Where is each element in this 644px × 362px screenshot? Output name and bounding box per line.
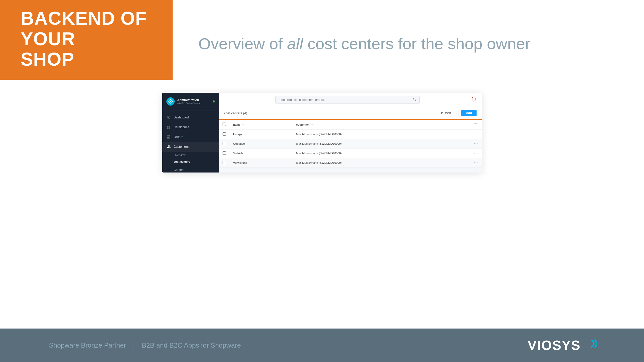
table-toolbar: cost centers (4) Deutsch Add	[219, 107, 482, 120]
column-settings-header	[470, 120, 482, 130]
language-select[interactable]: Deutsch	[437, 110, 459, 116]
name-column-options[interactable]: ···	[242, 123, 244, 126]
row-checkbox-1[interactable]	[223, 142, 226, 145]
hero-title: BACKEND OF YOUR SHOP	[21, 8, 152, 70]
svg-rect-12	[474, 123, 477, 124]
cell-name-3: Verwaltung	[230, 158, 293, 168]
svg-rect-7	[167, 169, 170, 169]
row-checkbox-0[interactable]	[223, 132, 226, 136]
sidebar-header: Administration v6.4.5.1 Stable Version	[162, 93, 219, 110]
cell-spacer-1	[449, 139, 470, 149]
notification-icon[interactable]	[471, 96, 477, 103]
main-content: Administration v6.4.5.1 Stable Version	[0, 88, 644, 178]
svg-point-5	[168, 145, 169, 147]
main-panel: cost centers (4) Deutsch Add	[219, 93, 482, 173]
column-settings-icon[interactable]	[474, 123, 478, 127]
sidebar-item-content[interactable]: Content	[162, 165, 219, 173]
admin-window: Administration v6.4.5.1 Stable Version	[162, 93, 482, 173]
hero-banner: BACKEND OF YOUR SHOP	[0, 0, 173, 80]
row-checkbox-3[interactable]	[223, 161, 226, 164]
search-button[interactable]	[413, 98, 416, 102]
sidebar: Administration v6.4.5.1 Stable Version	[162, 93, 219, 173]
customer-column-options[interactable]: ···	[311, 123, 313, 126]
add-button[interactable]: Add	[461, 110, 477, 116]
content-icon	[166, 168, 171, 172]
svg-rect-9	[167, 171, 169, 171]
table-row: Energie Max Mustermann (SWDEMO10000) ···	[219, 130, 482, 139]
svg-rect-14	[474, 125, 477, 125]
table-row: Vertrieb Max Mustermann (SWDEMO10000) ··…	[219, 149, 482, 158]
table-row: Verwaltung Max Mustermann (SWDEMO10000) …	[219, 158, 482, 168]
cell-name-0: Energie	[230, 130, 293, 139]
select-all-checkbox[interactable]	[223, 123, 226, 126]
hero-subtitle-text: Overview of all cost centers for the sho…	[198, 34, 530, 53]
table-row: Gebäude Max Mustermann (SWDEMO10000) ···	[219, 139, 482, 149]
cell-more-3: ···	[470, 158, 482, 168]
sidebar-item-orders[interactable]: Orders	[162, 132, 219, 142]
cell-more-2: ···	[470, 149, 482, 158]
cell-customer-0: Max Mustermann (SWDEMO10000)	[293, 130, 449, 139]
viosys-logo-text: VIOSYS	[528, 338, 581, 353]
column-header-spacer	[449, 120, 470, 130]
svg-rect-3	[167, 127, 168, 129]
svg-line-11	[415, 100, 416, 101]
cell-customer-3: Max Mustermann (SWDEMO10000)	[293, 158, 449, 168]
svg-rect-2	[169, 126, 170, 127]
hero-subtitle: Overview of all cost centers for the sho…	[173, 0, 644, 88]
row-more-button-1[interactable]: ···	[474, 141, 478, 146]
table-title: cost centers (4)	[224, 111, 247, 115]
viosys-logo-icon	[582, 336, 598, 355]
row-more-button-2[interactable]: ···	[474, 151, 478, 156]
sidebar-subitem-cost-centers[interactable]: cost centers	[162, 158, 219, 165]
catalogues-icon	[166, 125, 171, 130]
admin-title: Administration	[177, 98, 210, 102]
sidebar-subitem-overview[interactable]: Overview	[162, 152, 219, 158]
row-checkbox-cell	[219, 149, 230, 158]
cell-customer-1: Max Mustermann (SWDEMO10000)	[293, 139, 449, 149]
row-checkbox-cell	[219, 158, 230, 168]
column-header-name: name ···	[230, 120, 293, 130]
sidebar-item-orders-label: Orders	[174, 135, 183, 139]
svg-rect-1	[167, 126, 168, 127]
sidebar-item-catalogues[interactable]: Catalogues	[162, 122, 219, 132]
svg-rect-13	[474, 124, 477, 124]
content-area: cost centers (4) Deutsch Add	[219, 107, 482, 173]
row-more-button-3[interactable]: ···	[474, 160, 478, 165]
cell-name-2: Vertrieb	[230, 149, 293, 158]
dashboard-icon	[166, 115, 171, 120]
svg-point-10	[413, 98, 415, 100]
cell-spacer-0	[449, 130, 470, 139]
cell-spacer-3	[449, 158, 470, 168]
orders-icon	[166, 135, 171, 139]
svg-rect-8	[167, 170, 170, 170]
search-bar[interactable]	[275, 96, 420, 104]
sidebar-item-customers[interactable]: Customers	[162, 142, 219, 152]
sidebar-item-dashboard-label: Dashboard	[174, 116, 189, 119]
top-bar	[219, 93, 482, 107]
cell-more-0: ···	[470, 130, 482, 139]
footer: Shopware Bronze Partner | B2B and B2C Ap…	[0, 329, 644, 362]
select-all-header	[219, 120, 230, 130]
cell-name-1: Gebäude	[230, 139, 293, 149]
row-more-button-0[interactable]: ···	[474, 132, 478, 136]
status-dot	[213, 100, 215, 102]
cell-spacer-2	[449, 149, 470, 158]
admin-version: v6.4.5.1 Stable Version	[177, 102, 210, 105]
sidebar-item-content-label: Content	[174, 168, 184, 172]
sidebar-nav: Dashboard Catalogues	[162, 110, 219, 173]
svg-point-6	[169, 145, 170, 146]
search-input[interactable]	[279, 98, 411, 102]
svg-rect-4	[169, 127, 170, 129]
cell-more-1: ···	[470, 139, 482, 149]
sidebar-item-catalogues-label: Catalogues	[174, 125, 189, 129]
top-section: BACKEND OF YOUR SHOP Overview of all cos…	[0, 0, 644, 88]
shopware-logo	[166, 97, 175, 106]
row-checkbox-2[interactable]	[223, 151, 226, 155]
customers-icon	[166, 144, 171, 149]
sidebar-item-customers-label: Customers	[174, 145, 189, 149]
sidebar-item-dashboard[interactable]: Dashboard	[162, 113, 219, 122]
column-header-customer: customer ···	[293, 120, 449, 130]
admin-info: Administration v6.4.5.1 Stable Version	[177, 98, 210, 105]
footer-partner-text: Shopware Bronze Partner | B2B and B2C Ap…	[46, 341, 243, 349]
row-checkbox-cell	[219, 139, 230, 149]
